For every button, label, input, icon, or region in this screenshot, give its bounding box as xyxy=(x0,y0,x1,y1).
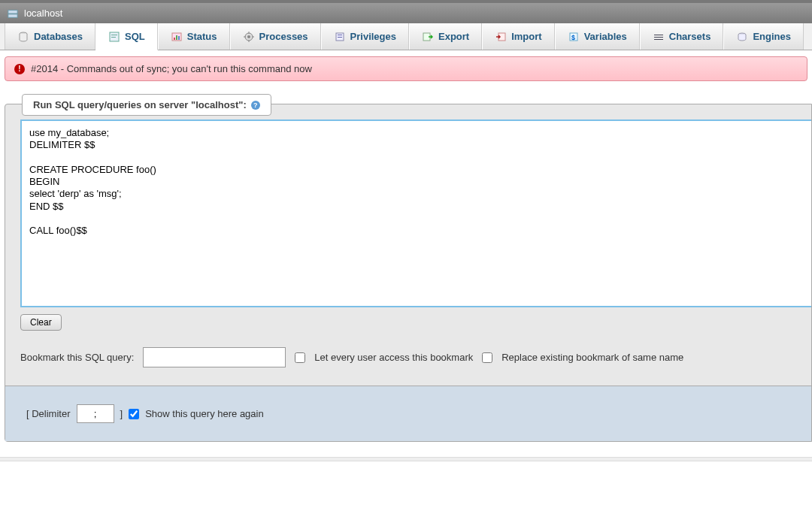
let-every-user-label: Let every user access this bookmark xyxy=(314,352,473,363)
variables-icon: $ xyxy=(568,32,580,42)
server-icon xyxy=(8,8,18,19)
tab-label: Databases xyxy=(34,31,83,42)
tab-label: SQL xyxy=(125,31,145,42)
tab-charsets[interactable]: Charsets xyxy=(640,23,724,50)
tab-label: Charsets xyxy=(669,31,711,42)
tab-status[interactable]: Status xyxy=(158,23,230,50)
svg-rect-0 xyxy=(8,10,17,13)
let-every-user-checkbox[interactable] xyxy=(295,352,305,363)
svg-rect-8 xyxy=(176,35,177,40)
server-header: localhost xyxy=(0,0,812,23)
svg-rect-7 xyxy=(174,38,175,40)
tab-label: Processes xyxy=(259,31,308,42)
svg-rect-9 xyxy=(178,36,180,40)
engines-icon xyxy=(736,32,748,42)
bookmark-input[interactable] xyxy=(143,347,286,367)
help-icon[interactable]: ? xyxy=(251,101,260,110)
tab-label: Privileges xyxy=(350,31,396,42)
sql-panel-title: Run SQL query/queries on server "localho… xyxy=(22,94,271,116)
tab-databases[interactable]: Databases xyxy=(5,23,95,50)
error-message: #2014 - Commands out of sync; you can't … xyxy=(31,63,312,74)
tab-label: Import xyxy=(511,31,541,42)
svg-rect-14 xyxy=(244,36,246,37)
tab-sql[interactable]: SQL xyxy=(95,23,158,50)
tab-variables[interactable]: $ Variables xyxy=(555,23,640,50)
sql-icon xyxy=(108,32,120,42)
footer-row: [ Delimiter ] Show this query here again xyxy=(5,386,811,441)
nav-tabs: Databases SQL Status Processes Privilege… xyxy=(0,23,812,50)
svg-rect-13 xyxy=(248,40,249,42)
sql-query-textarea[interactable] xyxy=(20,119,811,307)
svg-rect-1 xyxy=(8,14,17,17)
svg-rect-5 xyxy=(111,37,116,38)
bookmark-row: Bookmark this SQL query: Let every user … xyxy=(20,340,811,386)
tab-label: Variables xyxy=(584,31,627,42)
tab-import[interactable]: Import xyxy=(482,23,554,50)
error-banner: ! #2014 - Commands out of sync; you can'… xyxy=(5,56,807,81)
show-again-label: Show this query here again xyxy=(145,408,264,419)
status-icon xyxy=(171,32,183,42)
error-icon: ! xyxy=(14,64,25,74)
bookmark-label: Bookmark this SQL query: xyxy=(20,352,134,363)
tab-label: Engines xyxy=(753,31,791,42)
tab-engines[interactable]: Engines xyxy=(723,23,804,50)
replace-existing-label: Replace existing bookmark of same name xyxy=(501,352,683,363)
svg-text:$: $ xyxy=(571,34,575,41)
replace-existing-checkbox[interactable] xyxy=(482,352,492,363)
svg-rect-4 xyxy=(111,35,117,35)
sql-panel: Run SQL query/queries on server "localho… xyxy=(5,104,812,442)
svg-rect-18 xyxy=(338,37,342,38)
server-label: localhost xyxy=(24,8,62,19)
svg-rect-12 xyxy=(248,32,249,34)
tab-privileges[interactable]: Privileges xyxy=(321,23,409,50)
tab-export[interactable]: Export xyxy=(409,23,482,50)
privileges-icon xyxy=(334,32,346,42)
show-again-checkbox[interactable] xyxy=(129,409,139,419)
svg-rect-24 xyxy=(654,37,663,38)
clear-button[interactable]: Clear xyxy=(20,314,62,331)
tab-processes[interactable]: Processes xyxy=(230,23,321,50)
export-icon xyxy=(422,32,434,42)
delimiter-input[interactable] xyxy=(77,404,114,423)
delimiter-label-open: [ Delimiter xyxy=(26,408,71,419)
tab-label: Status xyxy=(187,31,217,42)
import-icon xyxy=(495,32,507,42)
delimiter-label-close: ] xyxy=(120,408,123,419)
svg-point-11 xyxy=(247,35,250,38)
svg-rect-23 xyxy=(654,35,663,35)
sql-panel-title-text: Run SQL query/queries on server "localho… xyxy=(33,99,247,110)
tab-label: Export xyxy=(438,31,469,42)
charsets-icon xyxy=(653,32,665,42)
svg-rect-25 xyxy=(654,39,663,40)
processes-icon xyxy=(243,32,255,42)
svg-rect-17 xyxy=(338,35,342,35)
databases-icon xyxy=(17,32,29,42)
svg-rect-15 xyxy=(252,36,254,37)
